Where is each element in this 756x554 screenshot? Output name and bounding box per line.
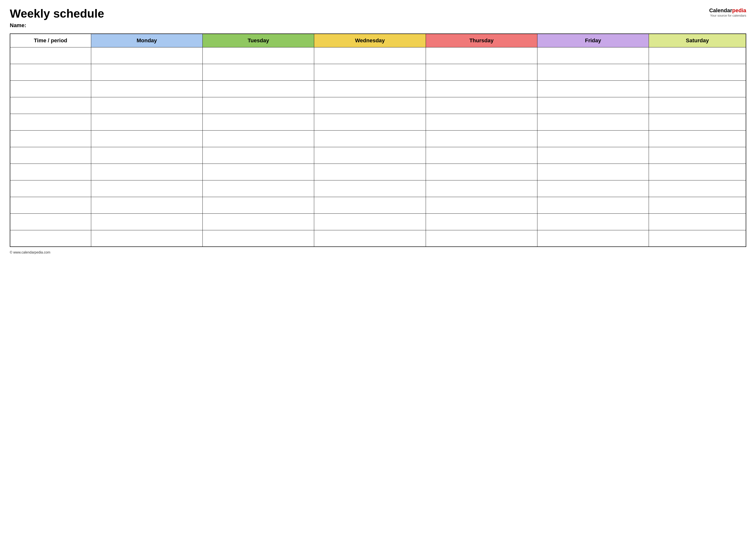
- header-area: Weekly schedule Name: Calendarpedia Your…: [10, 7, 746, 29]
- schedule-cell[interactable]: [203, 197, 314, 213]
- schedule-cell[interactable]: [537, 147, 649, 164]
- schedule-cell[interactable]: [91, 80, 203, 97]
- table-row: [10, 130, 746, 147]
- schedule-cell[interactable]: [426, 147, 537, 164]
- schedule-cell[interactable]: [426, 64, 537, 80]
- schedule-cell[interactable]: [91, 164, 203, 180]
- schedule-cell[interactable]: [91, 97, 203, 114]
- schedule-cell[interactable]: [203, 213, 314, 230]
- time-cell[interactable]: [10, 130, 91, 147]
- title-section: Weekly schedule Name:: [10, 7, 104, 29]
- schedule-cell[interactable]: [537, 130, 649, 147]
- schedule-cell[interactable]: [314, 180, 426, 197]
- schedule-cell[interactable]: [203, 130, 314, 147]
- schedule-cell[interactable]: [203, 97, 314, 114]
- schedule-cell[interactable]: [314, 213, 426, 230]
- time-cell[interactable]: [10, 80, 91, 97]
- schedule-cell[interactable]: [537, 80, 649, 97]
- schedule-cell[interactable]: [314, 47, 426, 64]
- table-row: [10, 230, 746, 247]
- schedule-cell[interactable]: [314, 64, 426, 80]
- schedule-cell[interactable]: [649, 97, 746, 114]
- schedule-cell[interactable]: [426, 164, 537, 180]
- schedule-cell[interactable]: [426, 97, 537, 114]
- schedule-cell[interactable]: [91, 230, 203, 247]
- page-title: Weekly schedule: [10, 7, 104, 20]
- schedule-cell[interactable]: [649, 197, 746, 213]
- schedule-cell[interactable]: [426, 197, 537, 213]
- table-row: [10, 64, 746, 80]
- schedule-cell[interactable]: [426, 180, 537, 197]
- col-thursday-header: Thursday: [426, 34, 537, 47]
- schedule-cell[interactable]: [203, 147, 314, 164]
- schedule-cell[interactable]: [426, 230, 537, 247]
- schedule-cell[interactable]: [314, 197, 426, 213]
- schedule-cell[interactable]: [91, 147, 203, 164]
- schedule-cell[interactable]: [314, 130, 426, 147]
- schedule-cell[interactable]: [649, 64, 746, 80]
- schedule-cell[interactable]: [203, 164, 314, 180]
- schedule-cell[interactable]: [537, 114, 649, 130]
- time-cell[interactable]: [10, 213, 91, 230]
- time-cell[interactable]: [10, 147, 91, 164]
- schedule-cell[interactable]: [537, 64, 649, 80]
- schedule-cell[interactable]: [203, 230, 314, 247]
- time-cell[interactable]: [10, 230, 91, 247]
- schedule-cell[interactable]: [91, 180, 203, 197]
- schedule-cell[interactable]: [426, 114, 537, 130]
- schedule-cell[interactable]: [203, 114, 314, 130]
- schedule-cell[interactable]: [314, 114, 426, 130]
- schedule-cell[interactable]: [426, 213, 537, 230]
- schedule-cell[interactable]: [649, 47, 746, 64]
- time-cell[interactable]: [10, 64, 91, 80]
- schedule-cell[interactable]: [649, 213, 746, 230]
- schedule-cell[interactable]: [203, 80, 314, 97]
- time-cell[interactable]: [10, 97, 91, 114]
- header-row: Time / period Monday Tuesday Wednesday T…: [10, 34, 746, 47]
- table-header: Time / period Monday Tuesday Wednesday T…: [10, 34, 746, 47]
- schedule-cell[interactable]: [203, 180, 314, 197]
- schedule-cell[interactable]: [91, 213, 203, 230]
- time-cell[interactable]: [10, 114, 91, 130]
- schedule-cell[interactable]: [649, 114, 746, 130]
- time-cell[interactable]: [10, 197, 91, 213]
- schedule-cell[interactable]: [91, 130, 203, 147]
- schedule-cell[interactable]: [537, 197, 649, 213]
- col-friday-header: Friday: [537, 34, 649, 47]
- schedule-cell[interactable]: [649, 147, 746, 164]
- schedule-cell[interactable]: [426, 80, 537, 97]
- schedule-cell[interactable]: [649, 164, 746, 180]
- schedule-cell[interactable]: [203, 47, 314, 64]
- table-row: [10, 114, 746, 130]
- schedule-cell[interactable]: [314, 147, 426, 164]
- schedule-cell[interactable]: [649, 230, 746, 247]
- schedule-cell[interactable]: [537, 164, 649, 180]
- schedule-cell[interactable]: [314, 97, 426, 114]
- schedule-cell[interactable]: [537, 97, 649, 114]
- logo-area: Calendarpedia Your source for calendars: [709, 7, 746, 17]
- table-row: [10, 47, 746, 64]
- schedule-cell[interactable]: [91, 64, 203, 80]
- schedule-cell[interactable]: [426, 130, 537, 147]
- col-monday-header: Monday: [91, 34, 203, 47]
- schedule-cell[interactable]: [91, 197, 203, 213]
- time-cell[interactable]: [10, 47, 91, 64]
- schedule-cell[interactable]: [91, 47, 203, 64]
- schedule-cell[interactable]: [314, 230, 426, 247]
- schedule-cell[interactable]: [314, 80, 426, 97]
- schedule-cell[interactable]: [426, 47, 537, 64]
- schedule-cell[interactable]: [203, 64, 314, 80]
- time-cell[interactable]: [10, 180, 91, 197]
- schedule-cell[interactable]: [649, 180, 746, 197]
- schedule-cell[interactable]: [537, 230, 649, 247]
- schedule-cell[interactable]: [91, 114, 203, 130]
- schedule-cell[interactable]: [649, 80, 746, 97]
- schedule-cell[interactable]: [537, 213, 649, 230]
- schedule-cell[interactable]: [537, 47, 649, 64]
- name-label: Name:: [10, 22, 104, 29]
- table-row: [10, 97, 746, 114]
- time-cell[interactable]: [10, 164, 91, 180]
- schedule-cell[interactable]: [537, 180, 649, 197]
- schedule-cell[interactable]: [314, 164, 426, 180]
- schedule-cell[interactable]: [649, 130, 746, 147]
